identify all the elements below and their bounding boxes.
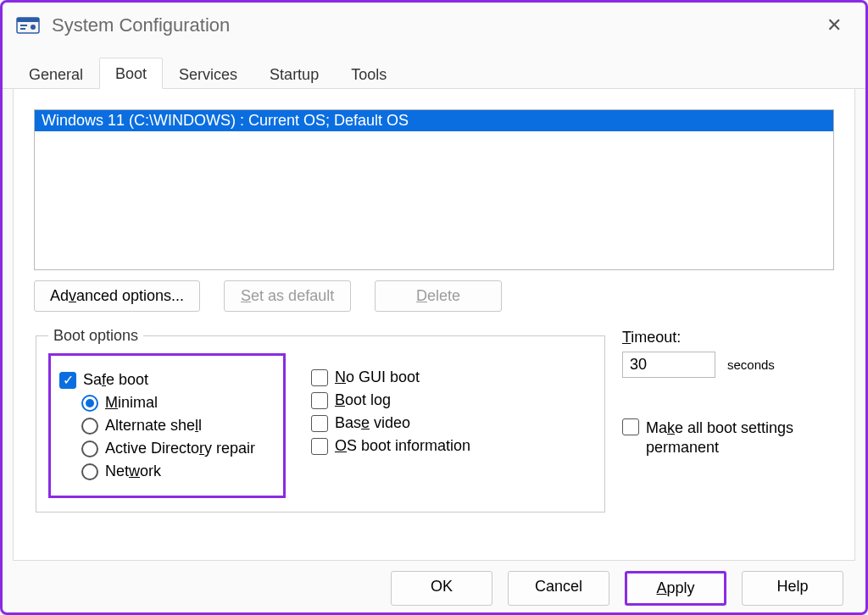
svg-point-4 <box>31 25 36 30</box>
svg-rect-1 <box>17 18 39 22</box>
checkbox-icon <box>311 438 328 455</box>
checkbox-icon <box>311 369 328 386</box>
msconfig-icon <box>16 14 40 37</box>
timeout-unit: seconds <box>727 357 775 372</box>
base-video-checkbox[interactable]: Base video <box>311 414 470 432</box>
tab-boot[interactable]: Boot <box>99 58 163 89</box>
boot-action-buttons: Advanced options... Set as default Delet… <box>34 280 834 312</box>
os-boot-info-checkbox[interactable]: OS boot information <box>311 437 470 455</box>
tab-startup[interactable]: Startup <box>253 58 335 89</box>
safe-boot-network-radio[interactable]: Network <box>81 463 268 480</box>
options-row: Boot options ✓ Safe boot Minimal <box>34 327 834 512</box>
tab-bar: General Boot Services Startup Tools <box>3 57 865 89</box>
tab-services[interactable]: Services <box>163 58 253 89</box>
set-as-default-button: Set as default <box>224 280 351 312</box>
dialog-footer: OK Cancel Apply Help <box>3 561 865 612</box>
close-button[interactable]: ✕ <box>818 11 850 40</box>
radio-icon <box>81 440 98 457</box>
radio-icon <box>81 463 98 480</box>
safe-boot-minimal-radio[interactable]: Minimal <box>81 394 268 412</box>
radio-icon <box>81 395 98 412</box>
apply-button[interactable]: Apply <box>625 571 726 606</box>
delete-button: Delete <box>375 280 502 312</box>
ok-button[interactable]: OK <box>391 571 492 606</box>
tab-tools[interactable]: Tools <box>335 58 403 89</box>
make-permanent-checkbox[interactable]: Make all boot settings permanent <box>622 418 834 458</box>
boot-entries-list[interactable]: Windows 11 (C:\WINDOWS) : Current OS; De… <box>34 109 834 270</box>
checkbox-icon <box>311 415 328 432</box>
checkbox-icon <box>311 392 328 409</box>
window-title: System Configuration <box>52 14 806 36</box>
boot-log-checkbox[interactable]: Boot log <box>311 391 470 409</box>
titlebar: System Configuration ✕ <box>3 3 865 52</box>
safe-boot-checkbox[interactable]: ✓ Safe boot <box>59 371 268 389</box>
safe-boot-ad-repair-radio[interactable]: Active Directory repair <box>81 440 268 457</box>
checkbox-icon <box>622 418 639 435</box>
svg-rect-2 <box>20 25 27 26</box>
boot-options-legend: Boot options <box>48 327 143 345</box>
boot-flags-column: No GUI boot Boot log Base video OS <box>311 353 470 498</box>
system-configuration-window: System Configuration ✕ General Boot Serv… <box>0 0 868 615</box>
safe-boot-column: ✓ Safe boot Minimal Alternate shell <box>48 353 286 498</box>
timeout-panel: Timeout: seconds Make all boot settings … <box>622 327 834 512</box>
radio-icon <box>81 418 98 435</box>
boot-entry-selected[interactable]: Windows 11 (C:\WINDOWS) : Current OS; De… <box>35 110 833 131</box>
no-gui-boot-checkbox[interactable]: No GUI boot <box>311 368 470 386</box>
timeout-label: Timeout: <box>622 329 834 346</box>
safe-boot-alternate-shell-radio[interactable]: Alternate shell <box>81 417 268 435</box>
svg-rect-3 <box>20 28 25 30</box>
tab-general[interactable]: General <box>13 58 99 89</box>
cancel-button[interactable]: Cancel <box>508 571 609 606</box>
help-button[interactable]: Help <box>742 571 843 606</box>
boot-tab-content: Windows 11 (C:\WINDOWS) : Current OS; De… <box>13 89 855 561</box>
advanced-options-button[interactable]: Advanced options... <box>34 280 200 312</box>
checkbox-icon: ✓ <box>59 372 76 389</box>
timeout-input[interactable] <box>622 352 715 378</box>
boot-options-group: Boot options ✓ Safe boot Minimal <box>36 327 605 512</box>
